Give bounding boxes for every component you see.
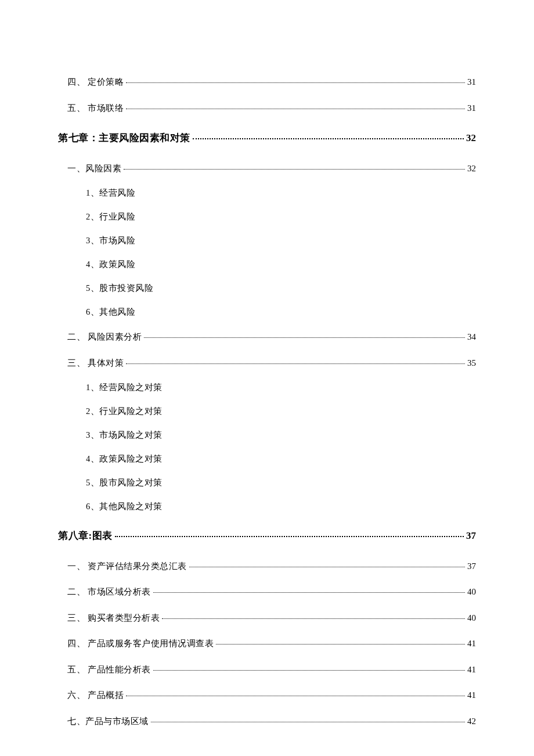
toc-leader-dots — [189, 567, 465, 567]
toc-page-number: 37 — [467, 560, 476, 573]
toc-sub-item: 1、经营风险 — [58, 188, 476, 199]
toc-sub-item: 4、政策风险之对策 — [58, 453, 476, 465]
toc-page-number: 40 — [467, 611, 476, 625]
toc-entry: 二、 风险因素分析34 — [58, 330, 476, 344]
toc-entry: 一、 资产评估结果分类总汇表37 — [58, 560, 476, 573]
toc-entry-label: 一、 资产评估结果分类总汇表 — [67, 560, 187, 573]
toc-entry: 四、 定价策略31 — [58, 75, 476, 89]
toc-entry-label: 七、产品与市场区域 — [67, 715, 149, 728]
toc-chapter-label: 第七章：主要风险因素和对策 — [58, 131, 190, 146]
toc-page-number: 35 — [467, 357, 476, 370]
toc-entry: 四、 产品或服务客户使用情况调查表41 — [58, 637, 476, 650]
toc-entry-label: 六、 产品概括 — [67, 689, 124, 702]
toc-page-number: 32 — [467, 162, 476, 175]
toc-sub-item: 5、股市投资风险 — [58, 283, 476, 294]
toc-leader-dots — [126, 82, 465, 83]
toc-entry-label: 二、 市场区域分析表 — [67, 585, 151, 599]
toc-leader-dots — [216, 644, 465, 645]
toc-sub-item: 6、其他风险 — [58, 307, 476, 318]
toc-leader-dots — [144, 337, 465, 338]
toc-leader-dots — [115, 536, 464, 537]
toc-entry-label: 五、 产品性能分析表 — [67, 663, 151, 676]
toc-entry-label: 五、 市场联络 — [67, 102, 124, 115]
toc-sub-item: 5、股市风险之对策 — [58, 477, 476, 488]
toc-page-number: 42 — [467, 715, 476, 728]
toc-sub-item: 2、行业风险之对策 — [58, 406, 476, 417]
toc-entry-label: 四、 定价策略 — [67, 75, 124, 89]
toc-entry: 一、风险因素32 — [58, 162, 476, 175]
toc-leader-dots — [126, 109, 465, 109]
toc-entry: 二、 市场区域分析表40 — [58, 585, 476, 599]
toc-page-number: 31 — [467, 102, 476, 115]
toc-entry: 五、 产品性能分析表41 — [58, 663, 476, 676]
toc-entry: 三、 购买者类型分析表40 — [58, 611, 476, 625]
toc-leader-dots — [153, 670, 465, 671]
toc-page-number: 40 — [467, 585, 476, 599]
toc-leader-dots — [162, 618, 465, 619]
toc-page-number: 34 — [467, 330, 476, 344]
toc-page-number: 32 — [466, 131, 476, 146]
toc-leader-dots — [124, 169, 465, 170]
toc-page-number: 37 — [466, 528, 476, 543]
toc-sub-item: 1、经营风险之对策 — [58, 382, 476, 393]
toc-entry: 五、 市场联络31 — [58, 102, 476, 115]
toc-entry: 三、 具体对策35 — [58, 357, 476, 370]
toc-sub-item: 2、行业风险 — [58, 211, 476, 222]
toc-page-number: 31 — [467, 75, 476, 89]
toc-page-number: 41 — [467, 637, 476, 650]
toc-leader-dots — [193, 138, 464, 139]
toc-sub-item: 6、其他风险之对策 — [58, 501, 476, 512]
toc-leader-dots — [126, 363, 465, 364]
table-of-contents: 四、 定价策略31五、 市场联络31第七章：主要风险因素和对策32一、风险因素3… — [58, 75, 476, 728]
toc-entry: 六、 产品概括41 — [58, 689, 476, 702]
toc-entry-label: 三、 购买者类型分析表 — [67, 611, 160, 625]
toc-leader-dots — [151, 722, 466, 722]
toc-entry-label: 一、风险因素 — [67, 162, 121, 175]
toc-page-number: 41 — [467, 663, 476, 676]
toc-leader-dots — [153, 592, 465, 593]
toc-entry-label: 三、 具体对策 — [67, 357, 124, 370]
toc-leader-dots — [126, 696, 465, 696]
toc-chapter: 第七章：主要风险因素和对策32 — [58, 131, 476, 146]
toc-chapter-label: 第八章:图表 — [58, 528, 113, 543]
toc-sub-item: 3、市场风险之对策 — [58, 430, 476, 441]
toc-sub-item: 3、市场风险 — [58, 235, 476, 246]
toc-entry: 七、产品与市场区域42 — [58, 715, 476, 728]
toc-chapter: 第八章:图表37 — [58, 528, 476, 543]
toc-page-number: 41 — [467, 689, 476, 702]
toc-entry-label: 四、 产品或服务客户使用情况调查表 — [67, 637, 214, 650]
toc-entry-label: 二、 风险因素分析 — [67, 330, 142, 344]
toc-sub-item: 4、政策风险 — [58, 259, 476, 270]
